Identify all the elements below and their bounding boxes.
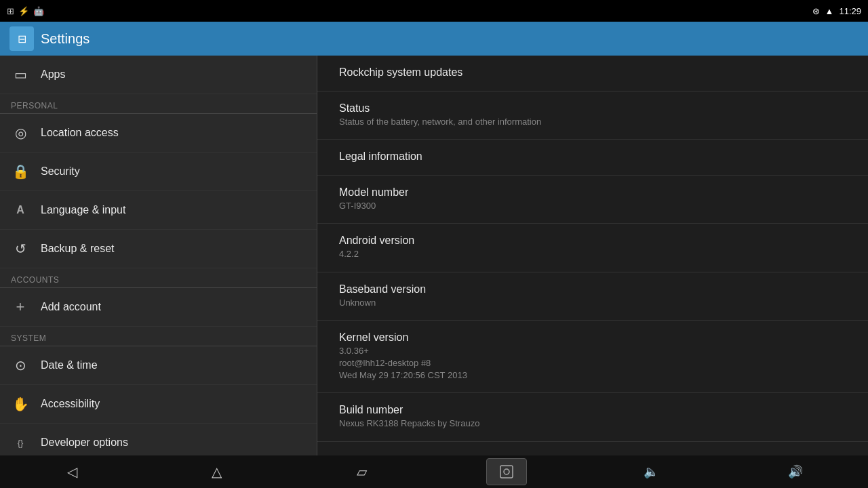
- android-icon: 🤖: [33, 6, 44, 16]
- bluetooth-icon: ⊛: [812, 6, 820, 16]
- svg-rect-0: [500, 466, 513, 478]
- sidebar: ▭ Apps PERSONAL ◎ Location access 🔒 Secu…: [0, 56, 317, 455]
- sidebar-item-backup-label: Backup & reset: [41, 243, 115, 255]
- home-button[interactable]: △: [197, 458, 237, 485]
- top-bar: ⊟ Settings: [0, 22, 868, 56]
- section-label-system: SYSTEM: [0, 327, 317, 346]
- nav-bar: ◁ △ ▱ 🔈 🔊: [0, 455, 868, 488]
- sidebar-item-accessibility-label: Accessibility: [41, 398, 100, 410]
- status-subtitle: Status of the battery, network, and othe…: [339, 116, 846, 128]
- sidebar-item-add-account[interactable]: + Add account: [0, 288, 317, 327]
- model-number-value: GT-I9300: [339, 200, 846, 212]
- sidebar-item-developer-label: Developer options: [41, 436, 128, 449]
- time-display: 11:29: [839, 6, 861, 16]
- sidebar-item-date-time[interactable]: ⊙ Date & time: [0, 346, 317, 385]
- lock-icon: 🔒: [11, 162, 30, 181]
- add-account-icon: +: [11, 298, 30, 317]
- build-number-value: Nexus RK3188 Repacks by Strauzo: [339, 418, 846, 430]
- sidebar-item-security[interactable]: 🔒 Security: [0, 152, 317, 191]
- android-version-title: Android version: [339, 235, 846, 247]
- section-label-accounts: ACCOUNTS: [0, 268, 317, 287]
- wifi-icon: ▲: [825, 6, 834, 16]
- apps-icon: ▭: [11, 65, 30, 84]
- content-item-build-number[interactable]: Build number Nexus RK3188 Repacks by Str…: [317, 393, 868, 441]
- sidebar-item-language-input[interactable]: A Language & input: [0, 191, 317, 230]
- page-title: Settings: [41, 31, 90, 47]
- backup-icon: ↺: [11, 239, 30, 258]
- model-number-title: Model number: [339, 186, 846, 199]
- sidebar-item-backup-reset[interactable]: ↺ Backup & reset: [0, 230, 317, 268]
- developer-icon: {}: [11, 433, 30, 452]
- volume-down-button[interactable]: 🔈: [631, 458, 671, 485]
- content-item-legal-information[interactable]: Legal information: [317, 140, 868, 176]
- rockchip-updates-title: Rockchip system updates: [339, 66, 846, 79]
- content-item-status[interactable]: Status Status of the battery, network, a…: [317, 92, 868, 140]
- section-label-personal: PERSONAL: [0, 94, 317, 113]
- content-item-android-version[interactable]: Android version 4.2.2: [317, 224, 868, 272]
- recents-button[interactable]: ▱: [341, 458, 382, 485]
- baseband-version-title: Baseband version: [339, 283, 846, 296]
- content-item-baseband-version[interactable]: Baseband version Unknown: [317, 272, 868, 321]
- settings-app-icon: ⊟: [9, 26, 34, 51]
- clock-icon: ⊙: [11, 356, 30, 375]
- kernel-version-value: 3.0.36+ root@lhh12-desktop #8 Wed May 29…: [339, 345, 846, 382]
- build-number-title: Build number: [339, 404, 846, 416]
- back-button[interactable]: ◁: [52, 458, 93, 485]
- sidebar-item-security-label: Security: [41, 165, 80, 178]
- sidebar-item-language-label: Language & input: [41, 204, 125, 216]
- android-version-value: 4.2.2: [339, 248, 846, 260]
- sidebar-item-add-account-label: Add account: [41, 301, 101, 313]
- volume-up-button[interactable]: 🔊: [775, 458, 816, 485]
- sidebar-item-developer-options[interactable]: {} Developer options: [0, 424, 317, 455]
- sidebar-item-accessibility[interactable]: ✋ Accessibility: [0, 385, 317, 424]
- svg-point-1: [504, 469, 509, 474]
- screenshot-button[interactable]: [486, 458, 527, 485]
- baseband-version-value: Unknown: [339, 297, 846, 309]
- status-icons-left: ⊞ ⚡ 🤖: [7, 6, 44, 16]
- kernel-version-title: Kernel version: [339, 331, 846, 344]
- grid-icon: ⊞: [7, 6, 14, 16]
- content-item-rockchip-updates[interactable]: Rockchip system updates: [317, 56, 868, 92]
- usb-icon: ⚡: [18, 6, 29, 16]
- legal-information-title: Legal information: [339, 150, 846, 163]
- content-item-kernel-version[interactable]: Kernel version 3.0.36+ root@lhh12-deskto…: [317, 321, 868, 394]
- sidebar-item-apps-label: Apps: [41, 68, 65, 81]
- content-panel: Rockchip system updates Status Status of…: [317, 56, 868, 455]
- status-bar: ⊞ ⚡ 🤖 ⊛ ▲ 11:29: [0, 0, 868, 22]
- status-right: ⊛ ▲ 11:29: [812, 6, 861, 16]
- accessibility-icon: ✋: [11, 394, 30, 413]
- main-layout: ▭ Apps PERSONAL ◎ Location access 🔒 Secu…: [0, 56, 868, 455]
- location-icon: ◎: [11, 123, 30, 142]
- sidebar-item-location-access[interactable]: ◎ Location access: [0, 114, 317, 152]
- sidebar-item-date-time-label: Date & time: [41, 359, 98, 371]
- status-title: Status: [339, 102, 846, 115]
- sidebar-item-location-label: Location access: [41, 127, 119, 139]
- sidebar-item-apps[interactable]: ▭ Apps: [0, 56, 317, 94]
- language-icon: A: [11, 201, 30, 220]
- content-item-model-number[interactable]: Model number GT-I9300: [317, 176, 868, 224]
